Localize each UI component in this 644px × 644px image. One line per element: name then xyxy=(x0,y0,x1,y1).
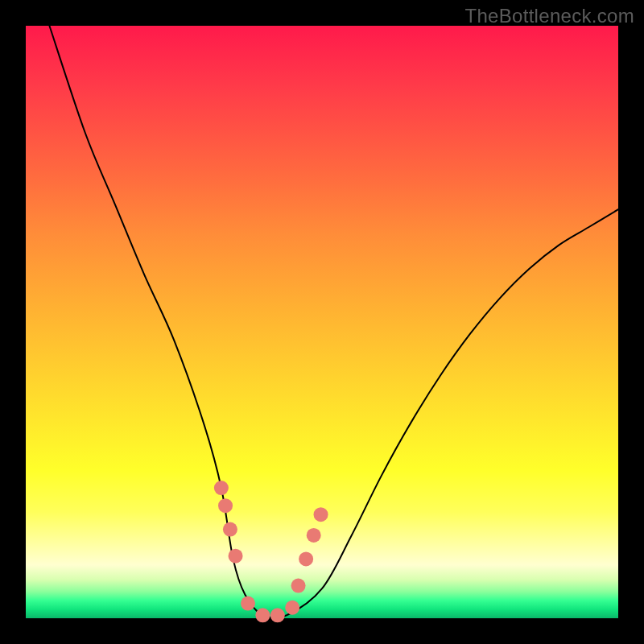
highlight-dot xyxy=(229,549,243,564)
highlight-dot xyxy=(285,601,299,615)
highlight-dot xyxy=(218,498,233,513)
highlight-dot xyxy=(255,608,270,622)
watermark-text: TheBottleneck.com xyxy=(464,5,634,27)
chart-svg xyxy=(26,26,618,618)
highlight-dot xyxy=(223,522,237,537)
highlight-dot xyxy=(291,579,306,593)
bottleneck-curve xyxy=(49,26,618,618)
highlight-dot xyxy=(307,528,321,543)
highlight-dot xyxy=(241,597,255,611)
highlight-dots xyxy=(214,481,328,622)
plot-area xyxy=(26,26,618,618)
highlight-dot xyxy=(299,551,313,566)
highlight-dot xyxy=(214,481,229,495)
highlight-dot xyxy=(314,507,328,522)
highlight-dot xyxy=(270,608,285,622)
chart-frame: TheBottleneck.com xyxy=(0,0,644,644)
